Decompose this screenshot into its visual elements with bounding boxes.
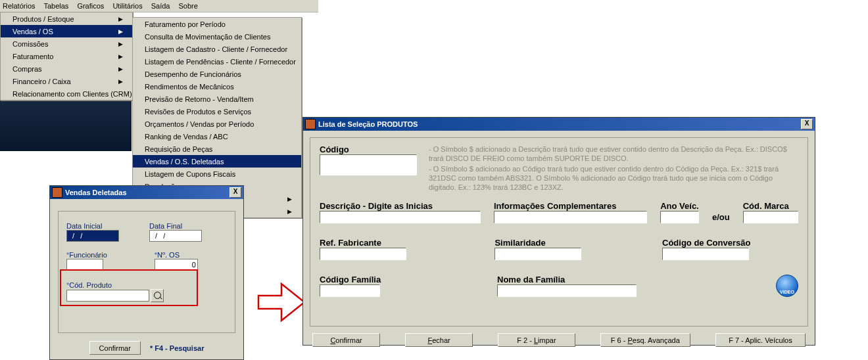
menu2-item-3[interactable]: Listagem de Pendências - Cliente / Forne… [133, 55, 301, 68]
video-icon[interactable]: VIDEO [776, 275, 798, 297]
menu1-item-4[interactable]: Compras▶ [1, 62, 132, 75]
label-cod-conversao: Código de Conversão [662, 238, 798, 248]
label-cod-familia: Código Família [320, 275, 484, 284]
label-eou: e/ou [712, 212, 730, 223]
menu1-item-5[interactable]: Financeiro / Caixa▶ [1, 75, 132, 87]
menu1-item-2[interactable]: Comissões▶ [1, 37, 132, 50]
input-nome-familia[interactable] [497, 284, 637, 297]
menu1-item-1[interactable]: Vendas / OS▶ [1, 25, 132, 37]
search-icon [154, 292, 161, 299]
titlebar-lista-selecao: Lista de Seleção PRODUTOS X [303, 118, 815, 131]
label-nome-familia: Nome da Família [497, 275, 654, 284]
chevron-right-icon: ▶ [118, 16, 123, 22]
input-codigo[interactable] [320, 154, 417, 175]
menu2-item-4[interactable]: Desempenho de Funcionários [133, 68, 301, 80]
chevron-right-icon: ▶ [287, 196, 292, 202]
chevron-right-icon: ▶ [118, 28, 123, 35]
hint-f4: * F4 - Pesquisar [150, 344, 205, 352]
label-data-inicial: Data Inicial [66, 222, 119, 230]
input-descricao[interactable] [320, 211, 481, 223]
menu-saida[interactable]: Saída [151, 2, 170, 10]
input-data-inicial[interactable] [66, 230, 119, 242]
app-icon [52, 187, 62, 198]
input-cod-familia[interactable] [320, 284, 380, 297]
menu2-item-1[interactable]: Consulta de Movimentação de Clientes [133, 30, 301, 43]
menu2-item-10[interactable]: Requisição de Peças [133, 143, 301, 155]
menu2-item-2[interactable]: Listagem de Cadastro - Cliente / Fornece… [133, 43, 301, 55]
input-ref-fabricante[interactable] [320, 248, 406, 260]
chevron-right-icon: ▶ [118, 53, 123, 60]
background-strip [0, 92, 132, 151]
pesq-avancada-button[interactable]: F 6 - Pesq. Avançada [600, 333, 690, 347]
chevron-right-icon: ▶ [287, 208, 292, 215]
close-icon[interactable]: X [229, 187, 241, 198]
fechar-button[interactable]: Fechar [405, 333, 473, 347]
menu-tabelas[interactable]: Tabelas [43, 2, 68, 10]
menu2-item-0[interactable]: Faturamento por Período [133, 18, 301, 30]
aplic-veiculos-button[interactable]: F 7 - Aplic. Veículos [715, 333, 806, 347]
input-cod-marca[interactable] [743, 211, 798, 223]
menu-graficos[interactable]: Graficos [77, 2, 104, 10]
menu2-item-7[interactable]: Revisões de Produtos e Serviços [133, 105, 301, 118]
label-funcionario: *Funcionário [66, 251, 107, 259]
menu2-item-6[interactable]: Previsão de Retorno - Venda/Item [133, 93, 301, 105]
label-data-final: Data Final [149, 222, 202, 230]
close-icon[interactable]: X [801, 119, 813, 129]
label-codigo: Código [320, 145, 417, 154]
app-icon [305, 119, 316, 129]
label-similaridade: Similaridade [494, 238, 649, 248]
menu2-item-12[interactable]: Listagem de Cupons Fiscais [133, 168, 301, 180]
dialog-vendas-deletadas: Vendas Deletadas X Data Inicial Data Fin… [49, 185, 244, 360]
highlight-cod-produto [60, 269, 198, 306]
input-similaridade[interactable] [494, 248, 581, 260]
confirmar-button[interactable]: Confirmar [89, 341, 141, 355]
menu2-item-8[interactable]: Orçamentos / Vendas por Período [133, 118, 301, 130]
menu1-item-3[interactable]: Faturamento▶ [1, 50, 132, 62]
label-cod-marca: Cód. Marca [743, 201, 798, 211]
limpar-button[interactable]: F 2 - Limpar [498, 333, 575, 347]
input-cod-conversao[interactable] [662, 248, 749, 260]
input-ano-veic[interactable] [660, 211, 699, 223]
chevron-right-icon: ▶ [118, 66, 123, 72]
arrow-icon [255, 276, 308, 328]
menu2-item-11[interactable]: Vendas / O.S. Deletadas [133, 155, 301, 168]
input-data-final[interactable] [149, 230, 202, 242]
form-group: Data Inicial Data Final *Funcionário *Nº… [58, 211, 235, 333]
menu2-item-5[interactable]: Rendimentos de Mecânicos [133, 80, 301, 93]
menu-utilitarios[interactable]: Utilitários [112, 2, 142, 10]
menu-relatorios[interactable]: Relatórios [3, 2, 36, 10]
label-descricao: Descrição - Digite as Inicias [320, 201, 481, 211]
label-info-compl: Informações Complementares [494, 201, 647, 211]
chevron-right-icon: ▶ [118, 41, 123, 47]
title-text: Lista de Seleção PRODUTOS [318, 120, 418, 128]
input-info-compl[interactable] [494, 211, 647, 223]
dropdown-relatorios: Produtos / Estoque▶Vendas / OS▶Comissões… [0, 12, 133, 101]
menu2-item-9[interactable]: Ranking de Vendas / ABC [133, 130, 301, 143]
menu1-item-0[interactable]: Produtos / Estoque▶ [1, 12, 132, 25]
titlebar-vendas-deletadas: Vendas Deletadas X [50, 186, 243, 199]
help-text-1: - O Símbolo $ adicionado a Descrição tra… [429, 145, 798, 163]
label-ref-fabricante: Ref. Fabricante [320, 238, 481, 248]
dialog-lista-selecao-produtos: Lista de Seleção PRODUTOS X Código - O S… [302, 117, 815, 346]
confirmar-button[interactable]: Confirmar [312, 333, 380, 347]
chevron-right-icon: ▶ [118, 78, 123, 85]
form-group: Código - O Símbolo $ adicionado a Descri… [310, 137, 808, 326]
label-ano-veic: Ano Veíc. [660, 201, 699, 211]
menubar: Relatórios Tabelas Graficos Utilitários … [0, 0, 318, 12]
label-nos: *Nº. OS [155, 251, 198, 259]
help-text-2: - O Símbolo $ adicionado ao Código trará… [429, 164, 798, 192]
menu-sobre[interactable]: Sobre [179, 2, 198, 10]
menu1-item-6[interactable]: Relacionamento com Clientes (CRM) [1, 87, 132, 100]
title-text: Vendas Deletadas [65, 189, 127, 196]
